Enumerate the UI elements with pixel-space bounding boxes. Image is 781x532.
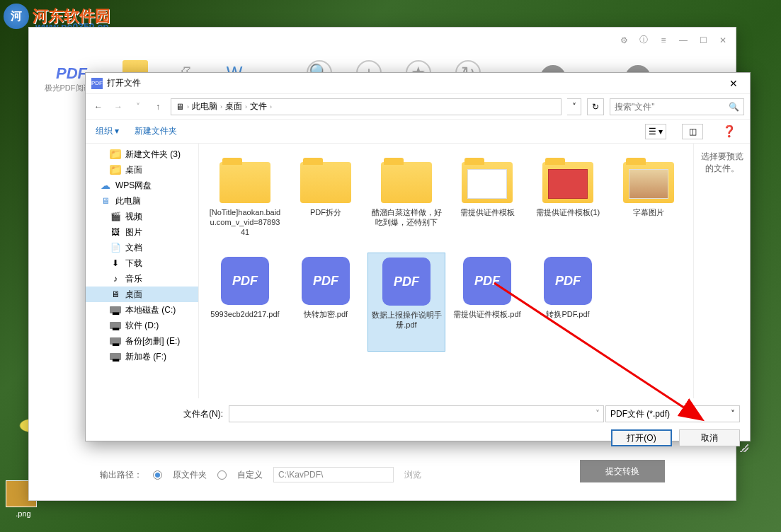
file-name: [NoTitle]haokan.baidu.com_v_vid=8789341 — [209, 207, 281, 237]
file-name: 快转加密.pdf — [290, 309, 362, 319]
folder-icon — [542, 162, 593, 203]
tree-item-doc[interactable]: 📄文档 — [86, 240, 198, 255]
tree-item-pc[interactable]: 🖥此电脑 — [86, 193, 198, 209]
tree-item-pic[interactable]: 🖼图片 — [86, 224, 198, 240]
dialog-title: 打开文件 — [107, 77, 723, 89]
dialog-close-button[interactable]: ✕ — [723, 78, 744, 89]
file-name: 需提供证件模板(1) — [532, 207, 604, 217]
pc-icon: 🖥 — [176, 102, 184, 112]
settings-icon[interactable]: ⚙ — [618, 35, 629, 46]
organize-button[interactable]: 组织 ▾ — [96, 125, 119, 137]
file-name: 5993ecb2dd217.pdf — [209, 309, 281, 319]
video-icon: 🎬 — [110, 212, 121, 221]
file-name: 需提供证件模板 — [451, 207, 523, 217]
tree-item-drive[interactable]: ▂新加卷 (F:) — [86, 349, 198, 364]
file-open-dialog: PDF 打开文件 ✕ ← → ˅ ↑ 🖥› 此电脑› 桌面› 文件› ˅ ↻ 🔍… — [85, 72, 751, 441]
cancel-button[interactable]: 取消 — [679, 429, 740, 446]
radio-original[interactable] — [153, 470, 162, 480]
drive-icon: ▂ — [110, 322, 121, 329]
minimize-icon[interactable]: — — [678, 35, 689, 46]
folder-icon — [623, 162, 674, 203]
file-item[interactable]: 需提供证件模板(1) — [529, 151, 607, 250]
dialog-icon: PDF — [91, 78, 103, 89]
tree-label: 软件 (D:) — [125, 320, 159, 332]
file-item[interactable]: 字幕图片 — [610, 151, 688, 250]
file-item[interactable]: PDF数据上报操作说明手册.pdf — [367, 253, 445, 352]
folder-icon: 📁 — [110, 165, 121, 175]
output-path-input[interactable] — [273, 467, 394, 482]
tree-item-music[interactable]: ♪音乐 — [86, 271, 198, 287]
file-item[interactable]: 醋溜白菜这样做，好吃到爆，还特别下 — [367, 151, 445, 250]
tree-item-dl[interactable]: ⬇下载 — [86, 255, 198, 271]
file-item[interactable]: [NoTitle]haokan.baidu.com_v_vid=8789341 — [206, 151, 284, 250]
tree-item-video[interactable]: 🎬视频 — [86, 209, 198, 224]
tree-label: 本地磁盘 (C:) — [125, 304, 176, 316]
tree-label: 桌面 — [125, 164, 142, 176]
tree-item-drive[interactable]: ▂本地磁盘 (C:) — [86, 302, 198, 318]
filetype-label: PDF文件 (*.pdf) — [610, 408, 670, 420]
tree-item-cloud[interactable]: ☁WPS网盘 — [86, 178, 198, 193]
file-name: 需提供证件模板.pdf — [451, 309, 523, 319]
file-item[interactable]: PDF5993ecb2dd217.pdf — [206, 253, 284, 352]
output-path-row: 输出路径： 原文件夹 自定义 浏览 — [100, 467, 421, 482]
nav-up-icon[interactable]: ↑ — [151, 102, 165, 112]
filename-dropdown-icon[interactable]: ˅ — [595, 409, 600, 419]
crumb-seg[interactable]: 此电脑 — [192, 100, 217, 112]
crumb-dropdown-icon[interactable]: ˅ — [567, 98, 581, 115]
drive-icon: ▂ — [110, 337, 121, 345]
tree-label: 图片 — [125, 226, 142, 238]
radio-custom[interactable] — [217, 470, 227, 480]
close-app-icon[interactable]: ✕ — [717, 35, 729, 46]
maximize-icon[interactable]: ☐ — [697, 35, 709, 46]
radio-custom-label: 自定义 — [237, 469, 263, 481]
search-box[interactable]: 🔍 — [610, 98, 744, 115]
resize-grip-icon[interactable] — [740, 444, 748, 452]
tree-item-drive[interactable]: ▂备份[勿删] (E:) — [86, 333, 198, 349]
crumb-seg[interactable]: 文件 — [250, 100, 267, 112]
breadcrumb[interactable]: 🖥› 此电脑› 桌面› 文件› — [171, 98, 561, 115]
view-mode-button[interactable]: ☰ ▾ — [645, 124, 666, 139]
info-icon[interactable]: ⓘ — [638, 35, 649, 46]
nav-forward-icon[interactable]: → — [111, 102, 125, 112]
file-name: PDF拆分 — [290, 207, 362, 217]
file-item[interactable]: PDF需提供证件模板.pdf — [448, 253, 526, 352]
tree-label: 桌面 — [125, 289, 142, 301]
site-name: 河东软件园 — [33, 6, 110, 27]
dialog-nav: ← → ˅ ↑ 🖥› 此电脑› 桌面› 文件› ˅ ↻ 🔍 — [86, 94, 750, 120]
nav-recent-icon[interactable]: ˅ — [131, 102, 145, 112]
pdf-icon: PDF — [382, 258, 431, 306]
file-item[interactable]: PDF转换PDF.pdf — [529, 253, 607, 352]
submit-button[interactable]: 提交转换 — [580, 460, 665, 482]
filetype-select[interactable]: PDF文件 (*.pdf) ˅ — [605, 405, 740, 422]
folder-icon — [462, 162, 513, 203]
newfolder-button[interactable]: 新建文件夹 — [135, 125, 177, 137]
browse-button[interactable]: 浏览 — [404, 469, 421, 481]
help-button[interactable]: ❓ — [719, 124, 740, 139]
search-input[interactable] — [615, 102, 724, 112]
tree-item-drive[interactable]: ▂软件 (D:) — [86, 318, 198, 333]
tree-item-desk[interactable]: 🖥桌面 — [86, 287, 198, 302]
folder-icon — [300, 162, 351, 203]
tree-item-folder[interactable]: 📁桌面 — [86, 162, 198, 178]
folder-icon — [381, 162, 432, 203]
file-item[interactable]: PDF快转加密.pdf — [287, 253, 365, 352]
crumb-seg[interactable]: 桌面 — [225, 100, 242, 112]
tree-item-folder[interactable]: 📁新建文件夹 (3) — [86, 146, 198, 162]
dialog-body: 📁新建文件夹 (3)📁桌面☁WPS网盘🖥此电脑🎬视频🖼图片📄文档⬇下载♪音乐🖥桌… — [86, 144, 750, 398]
nav-back-icon[interactable]: ← — [91, 102, 106, 112]
refresh-button[interactable]: ↻ — [587, 98, 604, 115]
tree-label: 文档 — [125, 242, 142, 254]
tree-label: 新加卷 (F:) — [125, 351, 166, 363]
dialog-footer: 文件名(N): ˅ PDF文件 (*.pdf) ˅ 打开(O) 取消 — [86, 398, 750, 453]
filename-input[interactable] — [229, 405, 604, 422]
file-item[interactable]: PDF拆分 — [287, 151, 365, 250]
open-button[interactable]: 打开(O) — [611, 429, 672, 446]
file-name: 醋溜白菜这样做，好吃到爆，还特别下 — [370, 207, 443, 227]
preview-pane: 选择要预览的文件。 — [693, 144, 750, 398]
preview-toggle-button[interactable]: ◫ — [682, 124, 703, 139]
folder-icon: 📁 — [110, 149, 121, 159]
menu-icon[interactable]: ≡ — [658, 35, 669, 46]
folder-icon — [220, 162, 270, 203]
folder-tree: 📁新建文件夹 (3)📁桌面☁WPS网盘🖥此电脑🎬视频🖼图片📄文档⬇下载♪音乐🖥桌… — [86, 144, 199, 398]
file-item[interactable]: 需提供证件模板 — [448, 151, 526, 250]
